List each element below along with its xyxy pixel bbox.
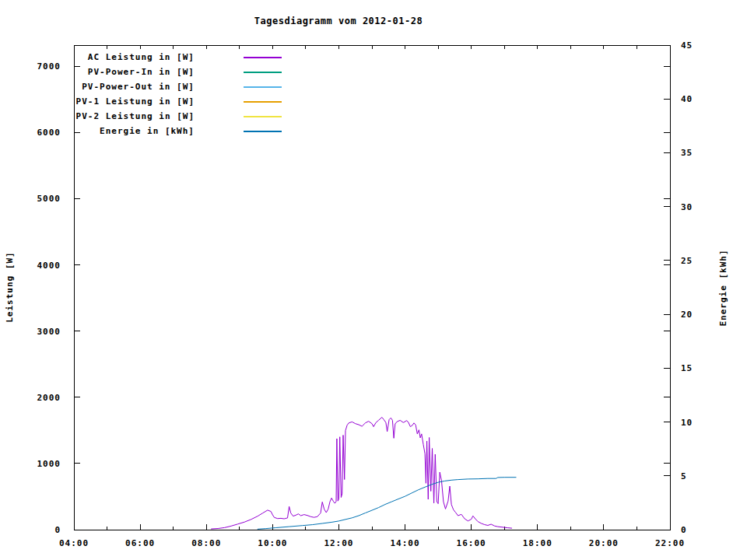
chart-container: Tagesdiagramm vom 2012-01-28 Leistung [W… bbox=[0, 0, 747, 560]
legend-item: PV-Power-Out in [W] bbox=[0, 79, 288, 94]
legend-swatch bbox=[244, 86, 282, 88]
legend-label: PV-Power-Out in [W] bbox=[0, 82, 195, 92]
right-tick-label: 15 bbox=[681, 363, 693, 373]
x-tick-label: 20:00 bbox=[589, 538, 619, 548]
right-tick-label: 10 bbox=[681, 418, 693, 428]
x-tick-label: 04:00 bbox=[59, 538, 89, 548]
right-tick-label: 25 bbox=[681, 256, 693, 266]
left-tick-label: 1000 bbox=[37, 459, 61, 469]
x-tick-label: 10:00 bbox=[258, 538, 287, 548]
x-tick-label: 16:00 bbox=[457, 538, 486, 548]
legend-label: PV-2 Leistung in [W] bbox=[0, 111, 195, 121]
right-tick-label: 40 bbox=[681, 94, 693, 104]
legend-label: AC Leistung in [W] bbox=[0, 52, 195, 62]
right-tick-label: 30 bbox=[681, 202, 693, 212]
right-tick-label: 35 bbox=[681, 148, 693, 158]
x-tick-label: 22:00 bbox=[655, 538, 685, 548]
x-tick-label: 12:00 bbox=[324, 538, 353, 548]
legend-swatch bbox=[244, 72, 282, 73]
right-tick-label: 0 bbox=[681, 525, 687, 535]
legend-label: PV-1 Leistung in [W] bbox=[0, 96, 195, 107]
right-tick-label: 5 bbox=[681, 471, 687, 481]
right-tick-label: 20 bbox=[681, 310, 693, 320]
left-tick-label: 5000 bbox=[37, 194, 61, 204]
right-tick-label: 45 bbox=[681, 40, 693, 51]
x-tick-label: 14:00 bbox=[390, 538, 419, 548]
legend: AC Leistung in [W]PV-Power-In in [W]PV-P… bbox=[0, 50, 288, 138]
legend-swatch bbox=[244, 116, 282, 117]
left-tick-label: 2000 bbox=[37, 393, 61, 403]
legend-swatch bbox=[244, 101, 282, 103]
legend-swatch bbox=[244, 131, 282, 132]
legend-label: PV-Power-In in [W] bbox=[0, 67, 195, 77]
x-tick-label: 18:00 bbox=[523, 538, 552, 548]
legend-item: PV-Power-In in [W] bbox=[0, 65, 288, 79]
legend-label: Energie in [kWh] bbox=[0, 126, 195, 136]
series-line bbox=[212, 418, 512, 530]
legend-swatch bbox=[244, 57, 282, 58]
legend-item: PV-1 Leistung in [W] bbox=[0, 94, 288, 109]
legend-item: AC Leistung in [W] bbox=[0, 50, 288, 65]
left-tick-label: 4000 bbox=[37, 261, 61, 271]
left-tick-label: 3000 bbox=[37, 327, 61, 337]
x-tick-label: 06:00 bbox=[125, 538, 155, 548]
legend-item: PV-2 Leistung in [W] bbox=[0, 109, 288, 124]
left-tick-label: 0 bbox=[54, 525, 61, 535]
legend-item: Energie in [kWh] bbox=[0, 124, 288, 138]
x-tick-label: 08:00 bbox=[191, 538, 221, 548]
